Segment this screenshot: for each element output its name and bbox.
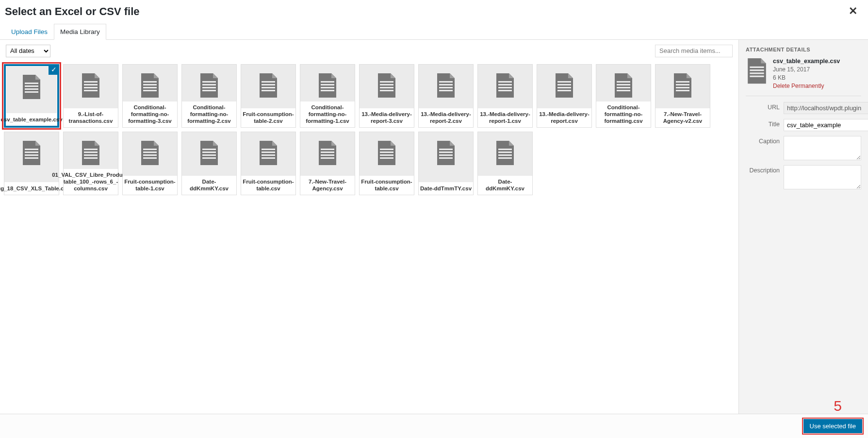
media-item[interactable]: ✓ csv_table_example.csv <box>4 64 59 128</box>
svg-rect-56 <box>143 149 157 150</box>
item-filename: Fruit-consumption-table.csv <box>241 176 295 195</box>
item-icon-wrap <box>123 65 177 101</box>
modal-title: Select an Excel or CSV file <box>5 5 140 19</box>
item-filename: Fruit-consumption-table-1.csv <box>123 176 177 195</box>
svg-rect-63 <box>202 157 216 159</box>
svg-rect-9 <box>143 84 157 85</box>
svg-rect-6 <box>84 87 98 88</box>
svg-rect-8 <box>143 81 157 83</box>
item-filename: Date-ddKmmKY.csv <box>182 176 236 195</box>
media-item[interactable]: 13.-Media-delivery-report-3.csv <box>359 64 414 128</box>
item-filename: Date-ddKmmKY.csv <box>478 176 532 195</box>
search-input[interactable] <box>655 45 733 57</box>
document-icon <box>435 72 457 99</box>
svg-rect-3 <box>25 91 38 93</box>
media-item[interactable]: 9.-List-of-transactions.csv <box>63 64 118 128</box>
media-item[interactable]: Conditional-formatting-no-formatting.csv <box>596 64 651 128</box>
svg-rect-34 <box>498 87 512 88</box>
date-filter-select[interactable]: All dates <box>6 45 50 57</box>
caption-field[interactable] <box>784 136 861 160</box>
media-item[interactable]: 01_VAL_CSV_Libre_Product-table_100_-rows… <box>63 132 118 195</box>
svg-rect-64 <box>262 149 275 150</box>
document-icon <box>21 140 42 166</box>
tab-bar: Upload Files Media Library <box>0 24 868 40</box>
document-icon <box>494 72 516 99</box>
document-icon <box>198 72 220 99</box>
item-filename: Conditional-formatting-no-formatting-1.c… <box>300 101 355 127</box>
document-icon <box>613 72 634 99</box>
svg-rect-69 <box>321 152 334 153</box>
svg-rect-62 <box>202 154 216 156</box>
item-icon-wrap <box>419 132 473 169</box>
svg-rect-80 <box>498 149 512 150</box>
svg-rect-39 <box>557 90 571 91</box>
document-icon <box>258 140 279 166</box>
svg-rect-75 <box>380 157 393 159</box>
svg-rect-47 <box>676 90 689 91</box>
delete-permanently-link[interactable]: Delete Permanently <box>773 82 840 90</box>
svg-rect-30 <box>439 87 453 88</box>
item-filename: 01_VAL_CSV_Libre_Product-table_100_-rows… <box>64 169 118 195</box>
svg-rect-29 <box>439 84 453 85</box>
item-icon-wrap <box>241 132 295 169</box>
item-filename: 7.-New-Travel-Agency-v2.csv <box>655 108 710 127</box>
item-icon-wrap <box>655 65 710 101</box>
svg-rect-48 <box>25 149 38 150</box>
svg-rect-54 <box>84 154 98 156</box>
svg-rect-83 <box>498 157 512 159</box>
attachment-filename: csv_table_example.csv <box>773 57 840 66</box>
media-item[interactable]: Conditional-formatting-no-formatting-2.c… <box>181 64 237 128</box>
media-item[interactable]: Fruit-consumption-table.csv <box>359 132 414 195</box>
use-selected-file-button[interactable]: Use selected file <box>803 419 862 433</box>
svg-rect-21 <box>321 84 334 85</box>
media-item[interactable]: Fruit-consumption-table.csv <box>241 132 296 195</box>
svg-rect-14 <box>202 87 216 88</box>
description-field[interactable] <box>784 165 861 189</box>
item-icon-wrap <box>241 65 295 101</box>
media-item[interactable]: 13.-Media-delivery-report.csv <box>537 64 592 128</box>
svg-rect-78 <box>439 154 453 156</box>
document-icon <box>139 72 161 99</box>
media-item[interactable]: Fruit-consumption-table-1.csv <box>122 132 178 195</box>
url-field[interactable] <box>784 102 868 114</box>
item-filename: 9.-List-of-transactions.csv <box>64 108 118 127</box>
svg-rect-26 <box>380 87 393 88</box>
media-item[interactable]: 13.-Media-delivery-report-1.csv <box>477 64 533 128</box>
item-icon-wrap <box>596 65 651 101</box>
item-filename: Date-ddTmmTY.csv <box>419 182 473 195</box>
svg-rect-33 <box>498 84 512 85</box>
svg-rect-58 <box>143 154 157 156</box>
item-filename: csv_table_example.csv <box>6 113 57 126</box>
svg-rect-42 <box>617 87 630 88</box>
svg-rect-82 <box>498 154 512 156</box>
svg-rect-72 <box>380 149 393 150</box>
media-item[interactable]: Fruit-consumption-table-2.csv <box>241 64 296 128</box>
svg-rect-71 <box>321 157 334 159</box>
media-item[interactable]: 13.-Media-delivery-report-2.csv <box>418 64 474 128</box>
title-field[interactable] <box>784 119 868 131</box>
svg-rect-16 <box>262 81 275 83</box>
media-item[interactable]: Date-ddKmmKY.csv <box>477 132 533 195</box>
item-filename: Conditional-formatting-no-formatting.csv <box>596 101 651 127</box>
media-item[interactable]: Conditional-formatting-no-formatting-1.c… <box>300 64 355 128</box>
tab-media-library[interactable]: Media Library <box>54 24 106 40</box>
svg-rect-40 <box>617 81 630 83</box>
svg-rect-70 <box>321 154 334 156</box>
item-filename: Conditional-formatting-no-formatting-2.c… <box>182 101 236 127</box>
document-icon <box>746 57 768 84</box>
svg-rect-86 <box>750 72 764 74</box>
document-icon <box>672 72 693 99</box>
media-item[interactable]: Conditional-formatting-no-formatting-3.c… <box>122 64 178 128</box>
item-icon-wrap <box>360 65 414 101</box>
media-item[interactable]: Bug_18_CSV_XLS_Table.csv <box>4 132 59 195</box>
svg-rect-41 <box>617 84 630 85</box>
document-icon <box>376 72 397 99</box>
tab-upload-files[interactable]: Upload Files <box>5 24 54 40</box>
close-button[interactable]: ✕ <box>846 5 860 17</box>
media-item[interactable]: Date-ddTmmTY.csv <box>418 132 474 195</box>
media-item[interactable]: 7.-New-Travel-Agency.csv <box>300 132 355 195</box>
media-item[interactable]: Date-ddKmmKY.csv <box>181 132 237 195</box>
svg-rect-38 <box>557 87 571 88</box>
media-item[interactable]: 7.-New-Travel-Agency-v2.csv <box>655 64 710 128</box>
item-filename: Fruit-consumption-table-2.csv <box>241 108 295 127</box>
